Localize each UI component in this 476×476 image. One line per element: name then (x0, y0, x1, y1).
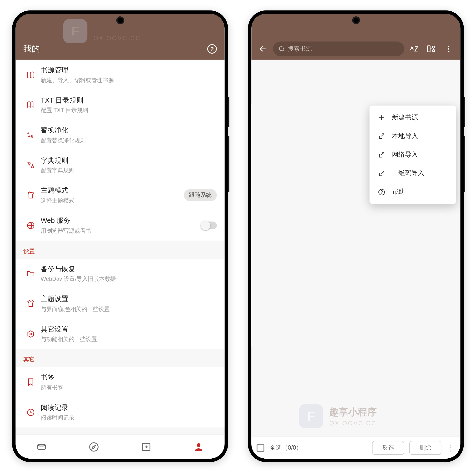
bookmark-icon (23, 378, 39, 386)
nav-explore[interactable] (88, 441, 100, 452)
theme-chip: 跟随系统 (184, 189, 217, 201)
svg-point-13 (448, 48, 449, 50)
menu-new-source[interactable]: 新建书源 (370, 108, 456, 127)
menu-network-import[interactable]: 网络导入 (370, 145, 456, 164)
front-camera (352, 17, 360, 24)
bottom-nav (16, 434, 224, 459)
svg-text:B: B (31, 135, 33, 138)
help-icon[interactable]: ? (207, 44, 217, 53)
book-icon (23, 70, 39, 79)
item-replace[interactable]: AB 替换净化配置替换净化规则 (16, 120, 224, 150)
svg-point-12 (448, 46, 449, 47)
translate-icon (23, 161, 39, 170)
phone-right: 搜索书源 新建书源 (248, 11, 464, 462)
svg-rect-9 (427, 46, 430, 52)
page-title: 我的 (23, 43, 207, 54)
item-web-service[interactable]: Web 服务用浏览器写源或看书 (16, 210, 224, 240)
item-book-source[interactable]: 书源管理新建、导入、编辑或管理书源 (16, 60, 224, 90)
svg-text:A: A (27, 131, 30, 135)
search-placeholder: 搜索书源 (288, 45, 312, 53)
nav-me[interactable] (193, 441, 204, 452)
svg-point-5 (90, 442, 98, 451)
item-read-history[interactable]: 阅读记录阅读时间记录 (16, 397, 224, 427)
hex-icon (23, 329, 39, 338)
svg-point-7 (197, 443, 200, 447)
menu-qr-import[interactable]: 二维码导入 (370, 164, 456, 183)
item-txt-rules[interactable]: TXT 目录规则配置 TXT 目录规则 (16, 90, 224, 120)
web-service-toggle[interactable] (201, 221, 217, 229)
more-icon[interactable] (441, 45, 456, 53)
import-icon (377, 132, 386, 140)
back-icon[interactable] (255, 44, 270, 53)
invert-button[interactable]: 反选 (372, 441, 404, 455)
nav-add[interactable] (141, 441, 152, 452)
folder-icon (23, 269, 39, 278)
svg-point-14 (448, 51, 449, 52)
clock-icon (23, 408, 39, 416)
front-camera (116, 17, 124, 24)
replace-icon: AB (23, 131, 39, 139)
import-icon (377, 151, 386, 159)
menu-help[interactable]: 帮助 (370, 183, 456, 201)
shirt-icon (23, 191, 39, 200)
section-settings: 设置 (16, 240, 224, 258)
group-icon[interactable] (424, 44, 439, 54)
svg-point-3 (30, 333, 32, 335)
svg-point-8 (279, 47, 284, 51)
phone-left: 我的 ? F 趣享小程序QX.OOVC.CC 书源管理新建、导入、编辑或管理书源 (12, 11, 228, 462)
help-icon (377, 188, 386, 196)
search-icon (278, 46, 285, 52)
nav-bookshelf[interactable] (36, 441, 47, 452)
select-all-label: 全选（0/0） (270, 444, 367, 452)
select-all-checkbox[interactable] (256, 444, 264, 452)
book-icon (23, 101, 39, 109)
sort-az-icon[interactable] (407, 44, 422, 54)
svg-point-16 (381, 193, 382, 194)
shirt-icon (23, 299, 39, 308)
item-backup[interactable]: 备份与恢复WebDav 设置/导入旧版本数据 (16, 258, 224, 289)
globe-icon (23, 221, 39, 230)
section-other: 其它 (16, 349, 224, 367)
item-theme-settings[interactable]: 主题设置与界面/颜色相关的一些设置 (16, 289, 224, 319)
footer-right: 全选（0/0） 反选 删除 ⋮ (251, 436, 460, 459)
import-icon (377, 170, 386, 177)
dropdown-menu: 新建书源 本地导入 网络导入 二维码导入 (370, 106, 456, 204)
item-theme-mode[interactable]: 主题模式选择主题模式 跟随系统 (16, 180, 224, 210)
watermark: F 趣享小程序QX.OOVC.CC (299, 404, 377, 428)
content-left: F 趣享小程序QX.OOVC.CC 书源管理新建、导入、编辑或管理书源 (16, 60, 224, 434)
svg-point-11 (432, 50, 435, 52)
content-right: 新建书源 本地导入 网络导入 二维码导入 (251, 60, 460, 436)
delete-button[interactable]: 删除 (409, 441, 442, 455)
item-other-settings[interactable]: 其它设置与功能相关的一些设置 (16, 319, 224, 349)
item-bookmarks[interactable]: 书签所有书签 (16, 367, 224, 397)
plus-icon (377, 114, 386, 121)
search-input[interactable]: 搜索书源 (273, 42, 404, 56)
svg-point-10 (432, 46, 435, 48)
item-dict[interactable]: 字典规则配置字典规则 (16, 150, 224, 180)
menu-local-import[interactable]: 本地导入 (370, 127, 456, 145)
